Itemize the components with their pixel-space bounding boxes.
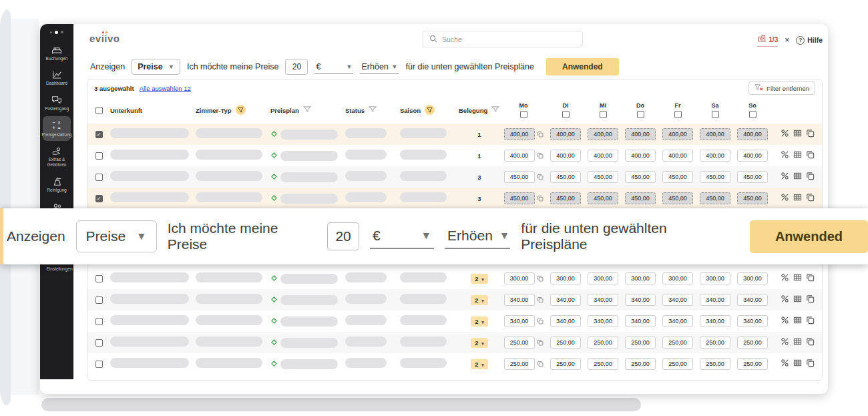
filter-icon[interactable] — [491, 106, 499, 114]
price-input[interactable]: 450,00 — [550, 192, 581, 204]
price-input[interactable]: 300,00 — [737, 272, 768, 284]
currency-dropdown[interactable]: €▼ — [370, 224, 434, 249]
price-input[interactable]: 450,00 — [700, 192, 730, 204]
price-input[interactable]: 250,00 — [700, 358, 730, 370]
price-input[interactable]: 450,00 — [625, 192, 656, 204]
price-input[interactable]: 400,00 — [550, 150, 581, 162]
sidebar-item-posteingang[interactable]: Posteingang — [43, 91, 71, 115]
grid-icon[interactable] — [793, 337, 802, 349]
price-input[interactable]: 400,00 — [550, 128, 581, 140]
row-checkbox[interactable] — [95, 339, 103, 347]
percent-icon[interactable] — [781, 171, 789, 183]
price-input[interactable]: 400,00 — [588, 128, 618, 140]
price-input[interactable]: 300,00 — [625, 272, 656, 284]
price-input[interactable]: 450,00 — [588, 192, 618, 204]
row-checkbox[interactable] — [95, 174, 103, 181]
price-input[interactable]: 450,00 — [700, 171, 730, 183]
percent-icon[interactable] — [781, 358, 789, 370]
price-input[interactable]: 450,00 — [737, 171, 768, 183]
price-input[interactable]: 450,00 — [550, 171, 581, 183]
price-input[interactable]: 300,00 — [588, 272, 618, 284]
price-input[interactable]: 250,00 — [504, 358, 535, 370]
price-input[interactable]: 340,00 — [550, 315, 581, 327]
belegung-value[interactable]: 2 ▾ — [471, 295, 488, 305]
belegung-value[interactable]: 3 — [477, 174, 481, 181]
day-checkbox[interactable] — [749, 111, 756, 118]
price-input[interactable]: 450,00 — [625, 171, 656, 183]
sidebar-item-preisgestaltung[interactable]: − ×+ = Preisgestaltung — [43, 116, 71, 141]
copy-icon[interactable] — [806, 272, 815, 284]
price-input[interactable]: 450,00 — [504, 192, 535, 204]
price-input[interactable]: 400,00 — [625, 150, 656, 162]
price-input[interactable]: 340,00 — [504, 315, 535, 327]
apply-button[interactable]: Anwended — [750, 220, 868, 253]
row-checkbox[interactable] — [95, 152, 103, 160]
row-checkbox[interactable] — [95, 296, 103, 304]
price-input[interactable]: 400,00 — [700, 128, 730, 140]
price-input[interactable]: 450,00 — [737, 192, 768, 204]
price-input[interactable]: 300,00 — [504, 272, 535, 284]
copy-price-icon[interactable] — [537, 192, 544, 204]
percent-icon[interactable] — [781, 337, 789, 349]
select-all-checkbox[interactable] — [95, 107, 103, 114]
search-input[interactable] — [442, 35, 576, 43]
grid-icon[interactable] — [793, 192, 802, 204]
belegung-value[interactable]: 2 ▾ — [471, 359, 488, 369]
filter-icon[interactable] — [236, 105, 246, 116]
row-checkbox[interactable] — [95, 131, 103, 138]
grid-icon[interactable] — [793, 272, 802, 284]
grid-icon[interactable] — [793, 150, 802, 162]
row-checkbox[interactable] — [95, 195, 103, 202]
percent-icon[interactable] — [781, 272, 789, 284]
percent-icon[interactable] — [781, 315, 789, 327]
copy-icon[interactable] — [806, 192, 815, 204]
price-input[interactable]: 400,00 — [504, 150, 535, 162]
price-input[interactable]: 250,00 — [700, 337, 730, 349]
sidebar-item-extras[interactable]: Extras & Gebühren — [43, 142, 71, 171]
price-input[interactable]: 400,00 — [737, 150, 768, 162]
direction-dropdown[interactable]: Erhöen▼ — [445, 224, 510, 249]
price-input[interactable]: 400,00 — [662, 150, 693, 162]
percent-icon[interactable] — [781, 150, 789, 162]
remove-filter-button[interactable]: Filter entfernen — [748, 81, 815, 95]
price-input[interactable]: 340,00 — [625, 315, 656, 327]
copy-icon[interactable] — [806, 128, 815, 140]
copy-icon[interactable] — [806, 294, 815, 306]
price-input[interactable]: 250,00 — [550, 358, 581, 370]
day-checkbox[interactable] — [600, 111, 607, 118]
copy-price-icon[interactable] — [537, 358, 544, 370]
grid-icon[interactable] — [793, 358, 802, 370]
copy-price-icon[interactable] — [537, 337, 544, 349]
row-checkbox[interactable] — [95, 318, 103, 325]
property-switcher[interactable]: 1/3 — [757, 33, 778, 47]
day-checkbox[interactable] — [674, 111, 682, 118]
grid-icon[interactable] — [793, 171, 802, 183]
copy-price-icon[interactable] — [537, 150, 544, 162]
copy-price-icon[interactable] — [537, 272, 544, 284]
price-input[interactable]: 340,00 — [737, 315, 768, 327]
price-input[interactable]: 340,00 — [588, 315, 618, 327]
grid-icon[interactable] — [793, 294, 802, 306]
price-input[interactable]: 340,00 — [700, 294, 730, 306]
percent-icon[interactable] — [781, 294, 789, 306]
price-input[interactable]: 450,00 — [662, 192, 693, 204]
copy-icon[interactable] — [806, 150, 815, 162]
row-checkbox[interactable] — [95, 275, 103, 282]
price-input[interactable]: 300,00 — [550, 272, 581, 284]
belegung-value[interactable]: 2 ▾ — [471, 317, 488, 327]
price-input[interactable]: 450,00 — [662, 171, 693, 183]
price-input[interactable]: 250,00 — [588, 337, 618, 349]
price-input[interactable]: 300,00 — [700, 272, 730, 284]
copy-price-icon[interactable] — [537, 315, 544, 327]
day-checkbox[interactable] — [637, 111, 644, 118]
day-checkbox[interactable] — [520, 111, 527, 118]
copy-icon[interactable] — [806, 171, 815, 183]
filter-icon[interactable] — [425, 105, 435, 116]
price-input[interactable]: 450,00 — [504, 171, 535, 183]
price-input[interactable]: 400,00 — [625, 128, 656, 140]
help-button[interactable]: ? Hilfe — [796, 36, 823, 45]
sidebar-item-buchungen[interactable]: Buchungen — [43, 41, 71, 65]
price-input[interactable]: 250,00 — [588, 358, 618, 370]
price-input[interactable]: 340,00 — [662, 315, 693, 327]
price-input[interactable]: 250,00 — [504, 337, 535, 349]
